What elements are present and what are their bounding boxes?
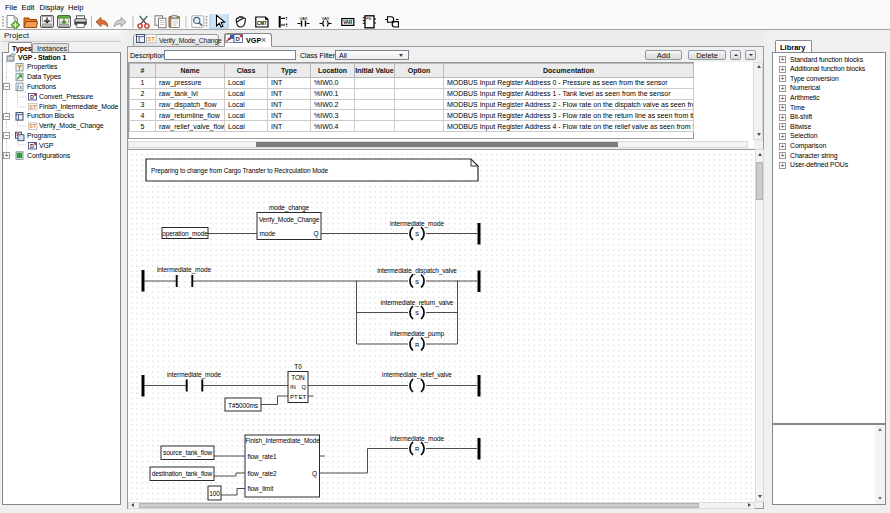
svg-text:flow_rate1: flow_rate1 [248, 453, 277, 461]
svg-text:intermediate_dispatch_valve: intermediate_dispatch_valve [377, 267, 457, 275]
svg-text:intermediate_return_valve: intermediate_return_valve [381, 299, 454, 307]
svg-text:T#5000ms: T#5000ms [228, 402, 259, 409]
svg-text:S: S [415, 231, 419, 237]
svg-text:D: D [30, 143, 34, 149]
svg-text:VAR: VAR [343, 20, 353, 25]
svg-text:destination_tank_flow: destination_tank_flow [152, 470, 213, 478]
svg-text:intermediate_mode: intermediate_mode [390, 220, 444, 228]
svg-text:Finish_Intermediate_Mode: Finish_Intermediate_Mode [245, 437, 320, 445]
svg-text:ST: ST [29, 123, 37, 129]
svg-text:S: S [415, 310, 419, 316]
svg-text:CMT: CMT [257, 21, 267, 26]
svg-text:D: D [30, 94, 34, 100]
svg-text:D: D [236, 36, 241, 42]
svg-text:ST: ST [29, 104, 37, 110]
svg-text:Q: Q [314, 230, 319, 238]
svg-text:VAR: VAR [300, 16, 308, 21]
svg-text:Q: Q [301, 384, 306, 390]
svg-text:R: R [415, 342, 420, 348]
svg-text:flow_rate2: flow_rate2 [248, 470, 277, 478]
svg-text:intermediate_relief_valve: intermediate_relief_valve [382, 371, 452, 379]
svg-text:Preparing to change from Cargo: Preparing to change from Cargo Transfer … [151, 167, 329, 175]
svg-text:PT: PT [290, 394, 298, 400]
svg-text:intermediate_pump: intermediate_pump [390, 330, 444, 338]
svg-text:TON: TON [291, 374, 305, 381]
svg-text:mode: mode [260, 230, 276, 237]
svg-text:ST: ST [147, 36, 155, 42]
svg-text:mode_change: mode_change [269, 204, 310, 212]
svg-text:operation_mode: operation_mode [162, 230, 208, 238]
svg-text:T0: T0 [294, 363, 302, 370]
svg-text:intermediate_mode: intermediate_mode [167, 371, 221, 379]
svg-text:IN: IN [290, 384, 296, 390]
svg-text:Q: Q [312, 470, 317, 478]
svg-text:intermediate_mode: intermediate_mode [157, 266, 211, 274]
svg-text:100: 100 [209, 490, 220, 497]
svg-text:Verify_Mode_Change: Verify_Mode_Change [259, 216, 320, 224]
svg-text:ET: ET [299, 394, 307, 400]
svg-text:source_tank_flow: source_tank_flow [163, 449, 212, 457]
svg-text:FB: FB [366, 16, 371, 21]
svg-text:S: S [415, 279, 419, 285]
svg-text:VAR: VAR [322, 16, 330, 21]
svg-text:intermediate_mode: intermediate_mode [390, 435, 444, 443]
svg-text:R: R [415, 446, 420, 452]
svg-text:flow_limit: flow_limit [248, 485, 274, 493]
